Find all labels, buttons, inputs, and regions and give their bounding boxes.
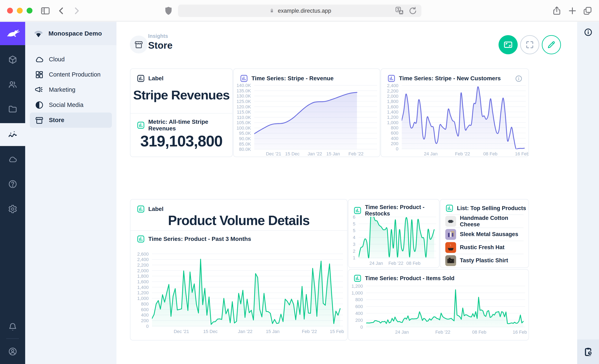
sidebar-item-label: Cloud — [49, 56, 65, 63]
svg-text:24 Jan: 24 Jan — [424, 151, 438, 156]
project-header[interactable]: Monospace Demo — [25, 22, 116, 45]
svg-text:16 Feb: 16 Feb — [513, 329, 527, 335]
list-item[interactable]: Sleek Metal Sausages — [445, 228, 523, 241]
svg-text:15 Dec: 15 Dec — [203, 329, 218, 334]
product-thumbnail — [445, 229, 456, 240]
svg-text:24 Jan: 24 Jan — [369, 261, 383, 266]
svg-text:15 Dec: 15 Dec — [285, 151, 300, 156]
label-stripe-revenues: Stripe Revenues — [130, 88, 232, 102]
reload-icon[interactable] — [408, 6, 418, 16]
svg-text:2,400: 2,400 — [137, 257, 149, 262]
storefront-icon — [35, 116, 44, 125]
svg-text:Jan '22: Jan '22 — [238, 329, 253, 334]
module-insights-icon[interactable] — [0, 123, 25, 146]
panel-stripe-label-metric: Label Stripe Revenues Metric: All-time S… — [130, 68, 233, 157]
svg-text:Dec '21: Dec '21 — [174, 329, 189, 334]
sidebar-item-cloud[interactable]: Cloud — [30, 52, 112, 67]
svg-text:600: 600 — [355, 304, 363, 309]
svg-text:6: 6 — [353, 214, 355, 220]
edit-dashboard-button[interactable] — [542, 35, 561, 54]
svg-text:15 Jan: 15 Jan — [326, 151, 340, 156]
product-name: Handmade Cotton Cheese — [460, 215, 523, 228]
svg-text:2,200: 2,200 — [387, 89, 398, 94]
fit-screen-icon — [503, 40, 513, 50]
sidebar-item-content-production[interactable]: Content Production — [30, 67, 112, 82]
svg-text:1,800: 1,800 — [387, 99, 398, 104]
module-files-icon[interactable] — [0, 98, 25, 121]
svg-text:1,400: 1,400 — [387, 109, 398, 115]
sidebar-item-marketing[interactable]: Marketing — [30, 82, 112, 97]
svg-text:800: 800 — [355, 297, 363, 302]
tab-overview-icon[interactable] — [582, 6, 593, 16]
fullscreen-icon — [525, 40, 534, 49]
svg-text:2,200: 2,200 — [137, 263, 149, 268]
svg-text:Feb '22: Feb '22 — [455, 151, 470, 156]
svg-text:2,000: 2,000 — [137, 268, 149, 273]
zoom-window-button[interactable] — [27, 8, 32, 14]
svg-text:3: 3 — [353, 242, 355, 247]
notifications-bell-icon[interactable] — [0, 316, 25, 338]
info-sidebar-icon[interactable] — [577, 28, 599, 37]
forward-button[interactable] — [71, 6, 82, 16]
svg-text:80.0K: 80.0K — [239, 147, 251, 152]
product-name: Rustic Fresh Hat — [460, 244, 505, 251]
sidebar-item-store[interactable]: Store — [30, 113, 112, 128]
module-users-icon[interactable] — [0, 73, 25, 96]
items-sold-chart: 1,200 1,000 800 600 400 200 024 JanFeb '… — [348, 270, 529, 340]
svg-text:1,200: 1,200 — [137, 290, 149, 295]
svg-text:1,400: 1,400 — [137, 285, 149, 290]
minimize-window-button[interactable] — [17, 8, 23, 14]
list-item[interactable]: Rustic Fresh Hat — [445, 241, 523, 254]
breadcrumb[interactable]: Insights — [148, 33, 168, 39]
product-thumbnail — [445, 255, 456, 266]
user-avatar-icon[interactable] — [0, 340, 25, 363]
panel-top-selling-products: List: Top Selling Products Handmade Cott… — [440, 199, 529, 268]
privacy-shield-icon[interactable] — [163, 6, 174, 16]
auto-refresh-button[interactable] — [499, 35, 518, 54]
pencil-icon — [547, 40, 556, 49]
svg-text:200: 200 — [141, 318, 149, 323]
svg-text:2: 2 — [353, 249, 355, 254]
activity-drawer-button[interactable] — [577, 339, 599, 364]
translate-icon[interactable] — [394, 6, 405, 16]
panel-type-icon — [137, 121, 145, 129]
share-icon[interactable] — [552, 6, 562, 16]
restocks-chart: 6 5 5 4 3 2 124 JanFeb '2208 Feb — [348, 199, 439, 267]
module-settings-icon[interactable] — [0, 198, 25, 221]
list-item[interactable]: Handmade Cotton Cheese — [445, 214, 523, 228]
svg-text:115.0K: 115.0K — [237, 109, 251, 115]
svg-text:85.0K: 85.0K — [239, 142, 251, 147]
svg-text:400: 400 — [355, 311, 363, 316]
svg-text:Dec '21: Dec '21 — [266, 151, 281, 156]
svg-text:800: 800 — [391, 125, 398, 130]
past-3-months-chart: 2,600 2,400 2,200 2,000 1,800 1,600 1,40… — [130, 199, 347, 340]
svg-text:200: 200 — [355, 318, 363, 323]
list-item[interactable]: Tasty Plastic Shirt — [445, 254, 523, 267]
fullscreen-button[interactable] — [520, 35, 539, 54]
svg-text:1,000: 1,000 — [137, 296, 149, 301]
back-button[interactable] — [56, 6, 67, 16]
sidebar-item-label: Marketing — [49, 86, 75, 93]
lock-icon — [268, 7, 275, 14]
new-tab-icon[interactable] — [567, 6, 578, 16]
svg-text:120.0K: 120.0K — [237, 104, 251, 109]
svg-text:4: 4 — [353, 235, 355, 240]
rabbit-logo-icon — [5, 26, 20, 41]
directus-app: Monospace Demo Cloud Content Production … — [0, 22, 599, 364]
svg-text:16 Feb: 16 Feb — [515, 151, 529, 156]
storefront-icon — [134, 40, 143, 49]
svg-text:0: 0 — [360, 324, 363, 330]
sidebar-item-label: Content Production — [49, 71, 100, 78]
sidebar-item-social-media[interactable]: Social Media — [30, 97, 112, 113]
module-content-icon[interactable] — [0, 48, 25, 71]
svg-text:2,400: 2,400 — [387, 83, 398, 88]
module-bar — [0, 22, 25, 364]
close-window-button[interactable] — [7, 8, 13, 14]
sidebar-toggle-icon[interactable] — [40, 6, 51, 16]
sidebar-item-label: Social Media — [49, 101, 83, 108]
svg-text:Jan '22: Jan '22 — [308, 151, 322, 156]
module-help-icon[interactable] — [0, 173, 25, 195]
directus-logo[interactable] — [0, 22, 25, 45]
module-cloud-icon[interactable] — [0, 148, 25, 171]
address-bar[interactable]: example.directus.app — [178, 5, 421, 17]
